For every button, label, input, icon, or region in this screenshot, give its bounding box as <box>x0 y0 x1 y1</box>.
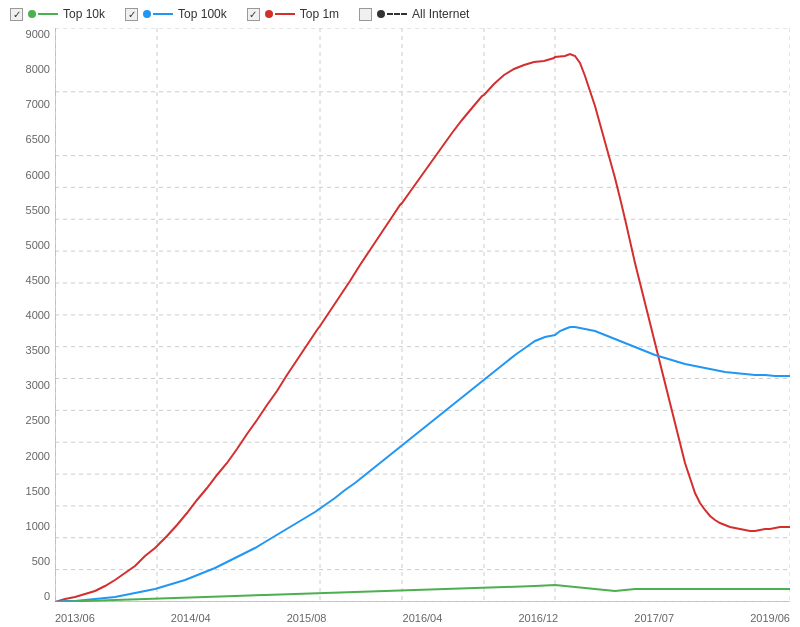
line-top1m <box>55 54 790 602</box>
legend-checkbox-top10k[interactable] <box>10 8 23 21</box>
legend-line-top10k <box>28 10 58 18</box>
x-label-201707: 2017/07 <box>634 612 674 624</box>
legend-dash-top10k <box>38 13 58 15</box>
x-label-201612: 2016/12 <box>518 612 558 624</box>
legend-checkbox-top1m[interactable] <box>247 8 260 21</box>
y-label-500: 500 <box>0 555 50 567</box>
x-label-201404: 2014/04 <box>171 612 211 624</box>
legend-dash-top100k <box>153 13 173 15</box>
legend-checkbox-top100k[interactable] <box>125 8 138 21</box>
y-label-2500: 2500 <box>0 414 50 426</box>
y-label-3000: 3000 <box>0 379 50 391</box>
y-label-6000: 6000 <box>0 169 50 181</box>
y-label-3500: 3500 <box>0 344 50 356</box>
x-label-201604: 2016/04 <box>403 612 443 624</box>
legend-label-top10k: Top 10k <box>63 7 105 21</box>
x-axis: 2013/06 2014/04 2015/08 2016/04 2016/12 … <box>55 612 790 624</box>
y-label-8000: 8000 <box>0 63 50 75</box>
line-top100k <box>55 327 790 602</box>
y-label-0: 0 <box>0 590 50 602</box>
legend-label-top100k: Top 100k <box>178 7 227 21</box>
y-label-2000: 2000 <box>0 450 50 462</box>
y-label-1500: 1500 <box>0 485 50 497</box>
legend-dash-allinternet <box>387 13 407 15</box>
legend-dot-top100k <box>143 10 151 18</box>
legend-dash-top1m <box>275 13 295 15</box>
legend-label-allinternet: All Internet <box>412 7 469 21</box>
y-label-7000: 7000 <box>0 98 50 110</box>
legend-dot-top1m <box>265 10 273 18</box>
main-svg-chart: .grid-line { stroke: #ccc; stroke-width:… <box>55 28 790 602</box>
legend-item-top10k[interactable]: Top 10k <box>10 7 105 21</box>
x-label-201306: 2013/06 <box>55 612 95 624</box>
legend-item-top100k[interactable]: Top 100k <box>125 7 227 21</box>
x-label-201508: 2015/08 <box>287 612 327 624</box>
legend-line-top100k <box>143 10 173 18</box>
y-label-4000: 4000 <box>0 309 50 321</box>
line-top10k <box>55 585 790 602</box>
chart-legend: Top 10k Top 100k Top 1m All Interne <box>0 0 800 28</box>
legend-dot-allinternet <box>377 10 385 18</box>
chart-area: 9000 8000 7000 6500 6000 5500 5000 4500 … <box>55 28 790 602</box>
chart-container: Top 10k Top 100k Top 1m All Interne <box>0 0 800 627</box>
y-label-1000: 1000 <box>0 520 50 532</box>
legend-checkbox-allinternet[interactable] <box>359 8 372 21</box>
x-label-201906: 2019/06 <box>750 612 790 624</box>
legend-dot-top10k <box>28 10 36 18</box>
y-axis: 9000 8000 7000 6500 6000 5500 5000 4500 … <box>0 28 50 602</box>
y-label-5000: 5000 <box>0 239 50 251</box>
y-label-6500: 6500 <box>0 133 50 145</box>
legend-line-allinternet <box>377 10 407 18</box>
legend-item-allinternet[interactable]: All Internet <box>359 7 469 21</box>
y-label-5500: 5500 <box>0 204 50 216</box>
legend-line-top1m <box>265 10 295 18</box>
y-label-4500: 4500 <box>0 274 50 286</box>
y-label-9000: 9000 <box>0 28 50 40</box>
legend-label-top1m: Top 1m <box>300 7 339 21</box>
legend-item-top1m[interactable]: Top 1m <box>247 7 339 21</box>
